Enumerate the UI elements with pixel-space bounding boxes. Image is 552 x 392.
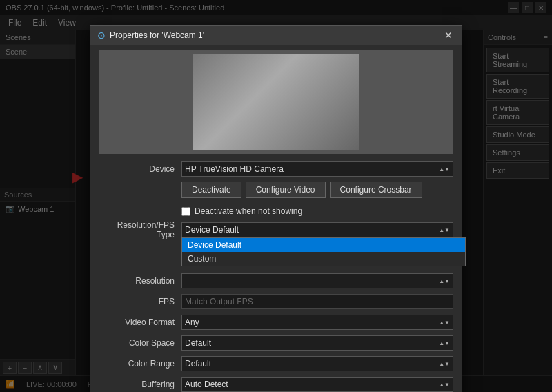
action-buttons-row: Deactivate Configure Video Configure Cro… bbox=[99, 182, 453, 202]
color-space-arrow: ▲▼ bbox=[439, 340, 450, 346]
resolution-fps-label: Resolution/FPS Type bbox=[99, 220, 181, 239]
dropdown-item-device-default[interactable]: Device Default bbox=[182, 238, 465, 252]
resolution-label: Resolution bbox=[99, 276, 181, 286]
dialog-title-bar: ⊙ Properties for 'Webcam 1' ✕ bbox=[90, 26, 462, 45]
deactivate-checkbox[interactable] bbox=[181, 207, 190, 216]
video-format-row: Video Format Any ▲▼ bbox=[99, 314, 453, 331]
color-space-value: Default bbox=[185, 338, 211, 348]
color-range-row: Color Range Default ▲▼ bbox=[99, 355, 453, 372]
video-format-value: Any bbox=[185, 317, 199, 327]
video-format-combo[interactable]: Any ▲▼ bbox=[181, 315, 453, 330]
video-format-label: Video Format bbox=[99, 317, 181, 327]
dialog-title-icon: ⊙ bbox=[97, 30, 106, 41]
resolution-fps-row: Resolution/FPS Type Device Default ▲▼ De… bbox=[99, 220, 453, 239]
properties-dialog: ⊙ Properties for 'Webcam 1' ✕ Device HP … bbox=[90, 25, 462, 392]
resolution-combo: ▲▼ bbox=[181, 273, 453, 288]
device-combo[interactable]: HP TrueVision HD Camera ▲▼ bbox=[181, 161, 453, 177]
fps-value: Match Output FPS bbox=[185, 297, 253, 306]
device-combo-arrow: ▲▼ bbox=[439, 166, 450, 173]
action-buttons: Deactivate Configure Video Configure Cro… bbox=[181, 182, 453, 198]
dropdown-item-custom[interactable]: Custom bbox=[182, 252, 465, 266]
buffering-row: Buffering Auto Detect ▲▼ bbox=[99, 376, 453, 392]
modal-overlay: ⊙ Properties for 'Webcam 1' ✕ Device HP … bbox=[0, 0, 552, 392]
dialog-preview bbox=[99, 50, 453, 154]
configure-video-button[interactable]: Configure Video bbox=[246, 182, 326, 198]
color-range-select[interactable]: Default ▲▼ bbox=[181, 356, 453, 371]
color-space-label: Color Space bbox=[99, 338, 181, 348]
deactivate-checkbox-row: Deactivate when not showing bbox=[99, 206, 453, 216]
deactivate-button[interactable]: Deactivate bbox=[181, 182, 241, 198]
buffering-value: Auto Detect bbox=[185, 380, 228, 389]
fps-label: FPS bbox=[99, 297, 181, 306]
color-space-row: Color Space Default ▲▼ bbox=[99, 335, 453, 351]
resolution-fps-combo[interactable]: Device Default ▲▼ Device Default Custom bbox=[181, 222, 453, 237]
device-row: Device HP TrueVision HD Camera ▲▼ bbox=[99, 161, 453, 177]
buffering-combo[interactable]: Auto Detect ▲▼ bbox=[181, 377, 453, 392]
configure-crossbar-button[interactable]: Configure Crossbar bbox=[330, 182, 422, 198]
buffering-select[interactable]: Auto Detect ▲▼ bbox=[181, 377, 453, 392]
color-space-select[interactable]: Default ▲▼ bbox=[181, 335, 453, 351]
resolution-select[interactable]: ▲▼ bbox=[181, 273, 453, 288]
fps-input: Match Output FPS bbox=[181, 294, 453, 309]
video-format-select[interactable]: Any ▲▼ bbox=[181, 315, 453, 330]
fps-row: FPS Match Output FPS bbox=[99, 293, 453, 310]
buffering-label: Buffering bbox=[99, 380, 181, 389]
color-range-arrow: ▲▼ bbox=[439, 361, 450, 367]
device-label: Device bbox=[99, 164, 181, 174]
buffering-arrow: ▲▼ bbox=[439, 382, 450, 388]
deactivate-checkbox-label: Deactivate when not showing bbox=[195, 206, 302, 216]
resolution-select-arrow: ▲▼ bbox=[439, 278, 450, 284]
dialog-close-button[interactable]: ✕ bbox=[442, 29, 455, 41]
color-space-combo[interactable]: Default ▲▼ bbox=[181, 335, 453, 351]
color-range-value: Default bbox=[185, 359, 211, 369]
video-format-arrow: ▲▼ bbox=[439, 320, 450, 326]
dialog-content: Device HP TrueVision HD Camera ▲▼ Deacti… bbox=[90, 45, 462, 392]
resolution-row: Resolution ▲▼ bbox=[99, 273, 453, 289]
dialog-title: Properties for 'Webcam 1' bbox=[110, 30, 204, 40]
resolution-fps-value: Device Default bbox=[185, 225, 239, 235]
resolution-fps-dropdown: Device Default Custom bbox=[181, 237, 466, 266]
resolution-fps-select[interactable]: Device Default ▲▼ bbox=[181, 222, 453, 237]
device-value: HP TrueVision HD Camera bbox=[185, 164, 284, 174]
color-range-combo[interactable]: Default ▲▼ bbox=[181, 356, 453, 371]
resolution-fps-arrow: ▲▼ bbox=[439, 227, 450, 233]
device-select[interactable]: HP TrueVision HD Camera ▲▼ bbox=[181, 161, 453, 177]
camera-preview bbox=[193, 54, 359, 150]
color-range-label: Color Range bbox=[99, 359, 181, 369]
